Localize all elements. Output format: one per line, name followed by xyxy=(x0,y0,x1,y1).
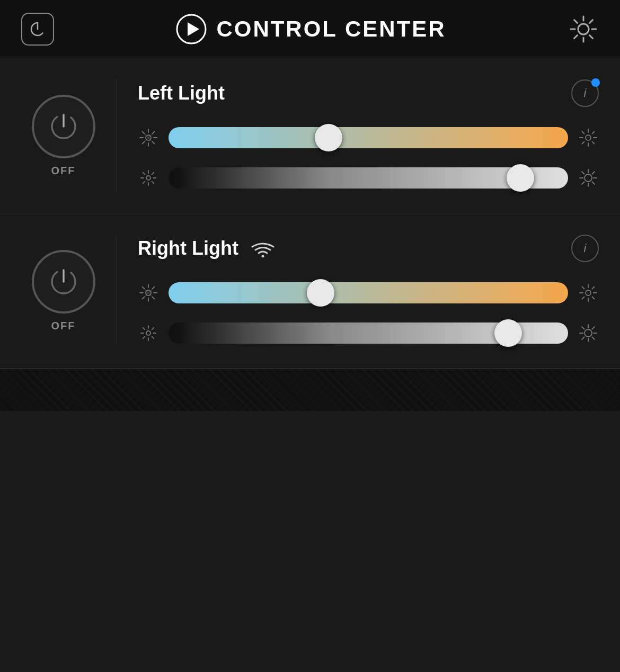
svg-line-70 xyxy=(582,287,584,289)
right-light-card: OFF Right Light xyxy=(0,213,620,369)
footer xyxy=(0,369,620,411)
left-light-title: Left Light xyxy=(138,82,225,104)
right-light-brightness-slider[interactable] xyxy=(169,319,568,347)
bright-thumb[interactable] xyxy=(507,164,534,192)
header: CONTROL CENTER xyxy=(0,0,620,58)
right-light-power-label: OFF xyxy=(51,320,76,332)
wifi-icon xyxy=(251,239,274,257)
main-content: OFF Left Light i xyxy=(0,58,620,369)
svg-line-22 xyxy=(143,142,145,144)
header-left xyxy=(21,13,54,46)
brightness-high-icon-right xyxy=(578,324,599,343)
right-light-temp-slider[interactable] xyxy=(169,279,568,307)
svg-line-82 xyxy=(143,337,145,339)
info-notification-dot xyxy=(591,78,600,87)
info-icon-right: i xyxy=(584,241,587,255)
svg-point-43 xyxy=(584,174,592,182)
left-light-power-section: OFF xyxy=(21,79,117,192)
svg-line-90 xyxy=(592,327,595,329)
svg-line-41 xyxy=(152,173,154,175)
gear-icon xyxy=(568,14,599,44)
svg-line-71 xyxy=(592,297,595,299)
power-circle-icon-right xyxy=(47,265,81,299)
svg-marker-3 xyxy=(188,22,199,36)
svg-point-65 xyxy=(586,290,591,295)
svg-line-32 xyxy=(592,132,595,134)
elgato-logo-icon xyxy=(176,14,207,44)
svg-point-34 xyxy=(146,176,150,180)
svg-line-30 xyxy=(582,132,584,134)
left-light-temp-slider[interactable] xyxy=(169,124,568,151)
svg-line-80 xyxy=(152,337,154,339)
right-light-brightness-row xyxy=(138,319,599,347)
temp-track-right xyxy=(169,282,568,303)
left-light-power-button[interactable] xyxy=(32,95,95,158)
svg-line-91 xyxy=(582,337,584,339)
brightness-low-icon xyxy=(138,168,159,187)
svg-line-60 xyxy=(153,297,155,299)
header-power-button[interactable] xyxy=(21,13,54,46)
svg-line-31 xyxy=(592,142,595,144)
svg-line-59 xyxy=(143,287,145,289)
right-light-controls: Right Light i xyxy=(138,235,599,347)
left-light-temperature-row xyxy=(138,124,599,151)
temp-thumb-right[interactable] xyxy=(307,279,334,307)
svg-line-40 xyxy=(152,182,154,184)
svg-point-25 xyxy=(586,135,591,140)
svg-line-61 xyxy=(153,287,155,289)
left-light-info-button[interactable]: i xyxy=(571,79,599,107)
left-light-brightness-row xyxy=(138,164,599,192)
temp-cold-icon xyxy=(138,128,159,147)
brightness-high-icon xyxy=(578,168,599,187)
temp-thumb[interactable] xyxy=(315,124,342,151)
svg-line-33 xyxy=(582,142,584,144)
left-light-card: OFF Left Light i xyxy=(0,58,620,213)
svg-line-11 xyxy=(590,20,593,23)
svg-line-49 xyxy=(592,182,595,184)
right-light-info-button[interactable]: i xyxy=(571,235,599,262)
footer-pattern xyxy=(0,369,620,411)
svg-line-42 xyxy=(143,182,145,184)
svg-line-62 xyxy=(143,297,145,299)
svg-line-39 xyxy=(143,173,145,175)
power-circle-icon xyxy=(47,110,81,144)
svg-line-73 xyxy=(582,297,584,299)
bright-track xyxy=(169,167,568,189)
left-light-title-row: Left Light xyxy=(138,82,225,104)
svg-line-21 xyxy=(153,132,155,134)
brightness-low-icon-right xyxy=(138,324,159,343)
app-title: CONTROL CENTER xyxy=(216,16,446,42)
right-light-power-button[interactable] xyxy=(32,250,95,313)
settings-button[interactable] xyxy=(568,14,599,44)
temp-track xyxy=(169,127,568,148)
svg-point-53 xyxy=(261,255,264,258)
bright-thumb-right[interactable] xyxy=(494,319,522,347)
left-light-controls: Left Light i xyxy=(138,79,599,192)
svg-line-89 xyxy=(592,337,595,339)
svg-line-81 xyxy=(152,328,154,330)
left-light-brightness-slider[interactable] xyxy=(169,164,568,192)
temp-cold-icon-right xyxy=(138,283,159,302)
svg-line-9 xyxy=(574,20,577,23)
power-icon xyxy=(28,20,47,39)
svg-point-83 xyxy=(584,329,592,337)
right-light-header: Right Light i xyxy=(138,235,599,262)
bright-track-right xyxy=(169,322,568,344)
svg-line-72 xyxy=(592,287,595,289)
svg-line-50 xyxy=(592,172,595,174)
svg-line-20 xyxy=(153,142,155,144)
svg-line-48 xyxy=(582,172,584,174)
right-light-title-row: Right Light xyxy=(138,237,274,259)
header-center: CONTROL CENTER xyxy=(176,14,446,44)
info-icon: i xyxy=(584,86,587,100)
svg-line-79 xyxy=(143,328,145,330)
svg-line-51 xyxy=(582,182,584,184)
svg-line-10 xyxy=(590,35,593,38)
svg-line-88 xyxy=(582,327,584,329)
temp-warm-icon xyxy=(578,128,599,147)
right-light-temperature-row xyxy=(138,279,599,307)
svg-point-74 xyxy=(146,331,150,335)
right-light-power-section: OFF xyxy=(21,235,117,347)
svg-line-19 xyxy=(143,132,145,134)
svg-line-12 xyxy=(574,35,577,38)
